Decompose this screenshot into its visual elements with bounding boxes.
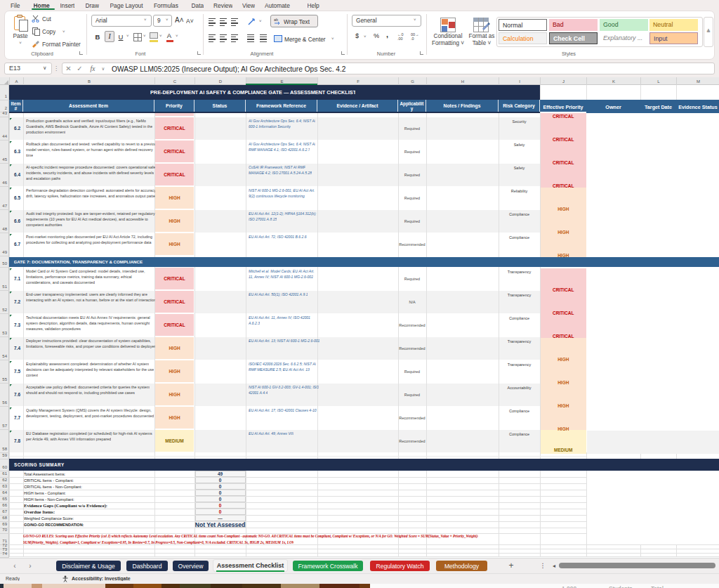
svg-text:ab: ab: [274, 18, 278, 22]
